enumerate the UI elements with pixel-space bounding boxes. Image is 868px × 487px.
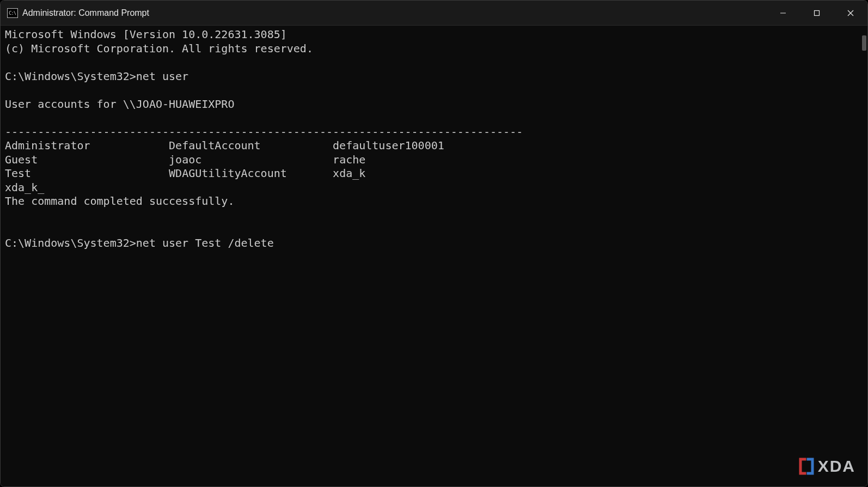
separator-line: ----------------------------------------…: [5, 125, 523, 138]
close-icon: [847, 10, 854, 16]
terminal-content: Microsoft Windows [Version 10.0.22631.30…: [5, 28, 863, 250]
user-cell: WDAGUtilityAccount: [169, 167, 287, 180]
window-title: Administrator: Command Prompt: [22, 8, 149, 18]
prompt-path: C:\Windows\System32>: [5, 70, 136, 83]
xda-text: XDA: [818, 457, 855, 476]
xda-watermark: XDA: [797, 457, 855, 476]
scrollbar-track[interactable]: [861, 26, 867, 486]
user-cell: xda_k: [333, 167, 365, 180]
accounts-header: User accounts for \\JOAO-HUAWEIXPRO: [5, 98, 234, 111]
maximize-icon: [814, 10, 820, 16]
prompt-path: C:\Windows\System32>: [5, 236, 136, 249]
minimize-button[interactable]: [766, 1, 800, 25]
banner-copyright: (c) Microsoft Corporation. All rights re…: [5, 42, 313, 55]
titlebar[interactable]: C:\ Administrator: Command Prompt: [1, 1, 867, 26]
prompt-command: net user: [136, 70, 188, 83]
xda-bracket-icon: [797, 457, 816, 476]
user-cell: Guest: [5, 153, 38, 166]
maximize-button[interactable]: [800, 1, 834, 25]
scrollbar-thumb[interactable]: [862, 35, 866, 51]
terminal-body[interactable]: Microsoft Windows [Version 10.0.22631.30…: [1, 26, 867, 486]
user-cell: defaultuser100001: [333, 139, 444, 152]
user-cell: DefaultAccount: [169, 139, 261, 152]
titlebar-left: C:\ Administrator: Command Prompt: [7, 8, 149, 18]
success-message: The command completed successfully.: [5, 194, 234, 208]
command-prompt-window: C:\ Administrator: Command Prompt: [0, 0, 868, 487]
user-cell: joaoc: [169, 153, 201, 166]
window-controls: [766, 1, 867, 25]
user-cell: rache: [333, 153, 365, 166]
cmd-icon: C:\: [7, 8, 18, 18]
user-cell: Test: [5, 167, 31, 180]
user-cell: Administrator: [5, 139, 90, 152]
prompt-command: net user Test /delete: [136, 236, 274, 249]
svg-rect-1: [815, 10, 820, 15]
banner-version: Microsoft Windows [Version 10.0.22631.30…: [5, 28, 287, 41]
user-cell: xda_k_: [5, 181, 44, 194]
minimize-icon: [780, 10, 786, 16]
close-button[interactable]: [834, 1, 867, 25]
